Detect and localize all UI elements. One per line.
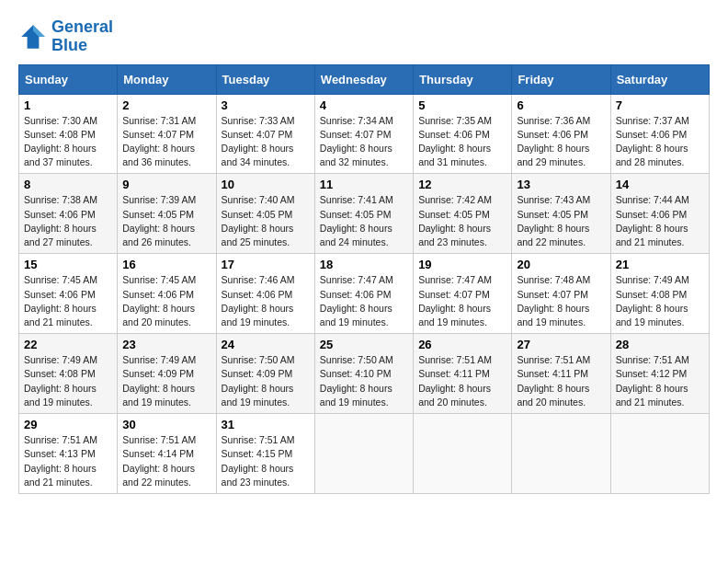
day-number: 26 [418, 338, 506, 351]
day-detail: Sunrise: 7:38 AMSunset: 4:06 PMDaylight:… [24, 194, 97, 247]
day-detail: Sunrise: 7:31 AMSunset: 4:07 PMDaylight:… [122, 115, 196, 168]
calendar-cell [512, 414, 610, 494]
calendar-cell: 23 Sunrise: 7:49 AMSunset: 4:09 PMDaylig… [118, 334, 216, 414]
calendar-week-4: 22 Sunrise: 7:49 AMSunset: 4:08 PMDaylig… [19, 334, 710, 414]
day-number: 13 [517, 178, 605, 191]
weekday-header-tuesday: Tuesday [216, 64, 314, 94]
day-detail: Sunrise: 7:49 AMSunset: 4:09 PMDaylight:… [122, 354, 196, 408]
day-detail: Sunrise: 7:51 AMSunset: 4:14 PMDaylight:… [122, 434, 196, 488]
day-number: 9 [122, 178, 210, 191]
day-detail: Sunrise: 7:51 AMSunset: 4:11 PMDaylight:… [418, 354, 492, 408]
calendar-cell: 26 Sunrise: 7:51 AMSunset: 4:11 PMDaylig… [414, 334, 512, 414]
day-detail: Sunrise: 7:46 AMSunset: 4:06 PMDaylight:… [222, 274, 295, 327]
calendar-cell: 2 Sunrise: 7:31 AMSunset: 4:07 PMDayligh… [118, 94, 216, 174]
day-number: 31 [222, 418, 310, 431]
calendar-cell: 11 Sunrise: 7:41 AMSunset: 4:05 PMDaylig… [314, 174, 413, 254]
calendar-cell: 6 Sunrise: 7:36 AMSunset: 4:06 PMDayligh… [512, 94, 610, 174]
logo: General Blue [18, 18, 113, 55]
calendar-week-1: 1 Sunrise: 7:30 AMSunset: 4:08 PMDayligh… [19, 94, 710, 174]
day-detail: Sunrise: 7:49 AMSunset: 4:08 PMDaylight:… [24, 354, 97, 408]
day-detail: Sunrise: 7:37 AMSunset: 4:06 PMDaylight:… [616, 115, 689, 168]
day-number: 3 [222, 98, 310, 112]
calendar-cell [610, 414, 709, 494]
day-number: 1 [24, 98, 112, 112]
day-detail: Sunrise: 7:45 AMSunset: 4:06 PMDaylight:… [24, 274, 97, 327]
day-number: 10 [222, 178, 310, 191]
calendar-cell: 14 Sunrise: 7:44 AMSunset: 4:06 PMDaylig… [610, 174, 709, 254]
page-header: General Blue [18, 18, 710, 55]
day-number: 15 [24, 258, 112, 271]
calendar-cell: 28 Sunrise: 7:51 AMSunset: 4:12 PMDaylig… [610, 334, 709, 414]
day-number: 20 [517, 258, 605, 271]
weekday-header-wednesday: Wednesday [314, 64, 413, 94]
calendar-cell: 8 Sunrise: 7:38 AMSunset: 4:06 PMDayligh… [19, 174, 118, 254]
logo-text: General Blue [51, 18, 113, 55]
calendar-cell: 24 Sunrise: 7:50 AMSunset: 4:09 PMDaylig… [216, 334, 314, 414]
calendar-cell: 29 Sunrise: 7:51 AMSunset: 4:13 PMDaylig… [19, 414, 118, 494]
day-detail: Sunrise: 7:41 AMSunset: 4:05 PMDaylight:… [320, 194, 393, 247]
day-detail: Sunrise: 7:43 AMSunset: 4:05 PMDaylight:… [517, 194, 590, 247]
weekday-header-friday: Friday [512, 64, 610, 94]
day-detail: Sunrise: 7:39 AMSunset: 4:05 PMDaylight:… [122, 194, 196, 247]
day-detail: Sunrise: 7:47 AMSunset: 4:07 PMDaylight:… [418, 274, 492, 327]
day-detail: Sunrise: 7:51 AMSunset: 4:15 PMDaylight:… [222, 434, 295, 488]
day-detail: Sunrise: 7:49 AMSunset: 4:08 PMDaylight:… [616, 274, 689, 327]
day-number: 2 [122, 98, 210, 112]
calendar-cell: 13 Sunrise: 7:43 AMSunset: 4:05 PMDaylig… [512, 174, 610, 254]
day-number: 11 [320, 178, 408, 191]
calendar-cell: 9 Sunrise: 7:39 AMSunset: 4:05 PMDayligh… [118, 174, 216, 254]
day-number: 16 [122, 258, 210, 271]
day-number: 25 [320, 338, 408, 351]
day-number: 17 [222, 258, 310, 271]
logo-icon [18, 22, 48, 52]
day-number: 21 [616, 258, 704, 271]
calendar-week-3: 15 Sunrise: 7:45 AMSunset: 4:06 PMDaylig… [19, 254, 710, 334]
day-detail: Sunrise: 7:50 AMSunset: 4:10 PMDaylight:… [320, 354, 393, 408]
calendar-cell: 20 Sunrise: 7:48 AMSunset: 4:07 PMDaylig… [512, 254, 610, 334]
calendar-cell: 19 Sunrise: 7:47 AMSunset: 4:07 PMDaylig… [414, 254, 512, 334]
calendar-cell: 15 Sunrise: 7:45 AMSunset: 4:06 PMDaylig… [19, 254, 118, 334]
calendar-cell: 4 Sunrise: 7:34 AMSunset: 4:07 PMDayligh… [314, 94, 413, 174]
day-number: 27 [517, 338, 605, 351]
day-detail: Sunrise: 7:40 AMSunset: 4:05 PMDaylight:… [222, 194, 295, 247]
day-detail: Sunrise: 7:44 AMSunset: 4:06 PMDaylight:… [616, 194, 689, 247]
weekday-header-sunday: Sunday [19, 64, 118, 94]
calendar-cell: 17 Sunrise: 7:46 AMSunset: 4:06 PMDaylig… [216, 254, 314, 334]
day-detail: Sunrise: 7:36 AMSunset: 4:06 PMDaylight:… [517, 115, 590, 168]
calendar-cell: 22 Sunrise: 7:49 AMSunset: 4:08 PMDaylig… [19, 334, 118, 414]
day-detail: Sunrise: 7:30 AMSunset: 4:08 PMDaylight:… [24, 115, 97, 168]
day-detail: Sunrise: 7:35 AMSunset: 4:06 PMDaylight:… [418, 115, 492, 168]
calendar-week-5: 29 Sunrise: 7:51 AMSunset: 4:13 PMDaylig… [19, 414, 710, 494]
calendar-cell: 18 Sunrise: 7:47 AMSunset: 4:06 PMDaylig… [314, 254, 413, 334]
day-detail: Sunrise: 7:45 AMSunset: 4:06 PMDaylight:… [122, 274, 196, 327]
day-number: 18 [320, 258, 408, 271]
day-number: 22 [24, 338, 112, 351]
calendar-table: SundayMondayTuesdayWednesdayThursdayFrid… [18, 64, 710, 494]
calendar-cell: 7 Sunrise: 7:37 AMSunset: 4:06 PMDayligh… [610, 94, 709, 174]
day-detail: Sunrise: 7:51 AMSunset: 4:13 PMDaylight:… [24, 434, 97, 488]
day-detail: Sunrise: 7:50 AMSunset: 4:09 PMDaylight:… [222, 354, 295, 408]
day-number: 7 [616, 98, 704, 112]
calendar-cell: 27 Sunrise: 7:51 AMSunset: 4:11 PMDaylig… [512, 334, 610, 414]
day-detail: Sunrise: 7:51 AMSunset: 4:12 PMDaylight:… [616, 354, 689, 408]
day-number: 4 [320, 98, 408, 112]
day-detail: Sunrise: 7:34 AMSunset: 4:07 PMDaylight:… [320, 115, 393, 168]
day-number: 14 [616, 178, 704, 191]
calendar-cell: 10 Sunrise: 7:40 AMSunset: 4:05 PMDaylig… [216, 174, 314, 254]
calendar-cell: 21 Sunrise: 7:49 AMSunset: 4:08 PMDaylig… [610, 254, 709, 334]
weekday-header-row: SundayMondayTuesdayWednesdayThursdayFrid… [19, 64, 710, 94]
day-number: 28 [616, 338, 704, 351]
calendar-cell: 25 Sunrise: 7:50 AMSunset: 4:10 PMDaylig… [314, 334, 413, 414]
weekday-header-monday: Monday [118, 64, 216, 94]
day-detail: Sunrise: 7:42 AMSunset: 4:05 PMDaylight:… [418, 194, 492, 247]
day-detail: Sunrise: 7:47 AMSunset: 4:06 PMDaylight:… [320, 274, 393, 327]
calendar-week-2: 8 Sunrise: 7:38 AMSunset: 4:06 PMDayligh… [19, 174, 710, 254]
calendar-cell [414, 414, 512, 494]
calendar-cell: 5 Sunrise: 7:35 AMSunset: 4:06 PMDayligh… [414, 94, 512, 174]
day-number: 23 [122, 338, 210, 351]
weekday-header-thursday: Thursday [414, 64, 512, 94]
calendar-cell: 16 Sunrise: 7:45 AMSunset: 4:06 PMDaylig… [118, 254, 216, 334]
calendar-cell: 31 Sunrise: 7:51 AMSunset: 4:15 PMDaylig… [216, 414, 314, 494]
calendar-cell: 30 Sunrise: 7:51 AMSunset: 4:14 PMDaylig… [118, 414, 216, 494]
weekday-header-saturday: Saturday [610, 64, 709, 94]
